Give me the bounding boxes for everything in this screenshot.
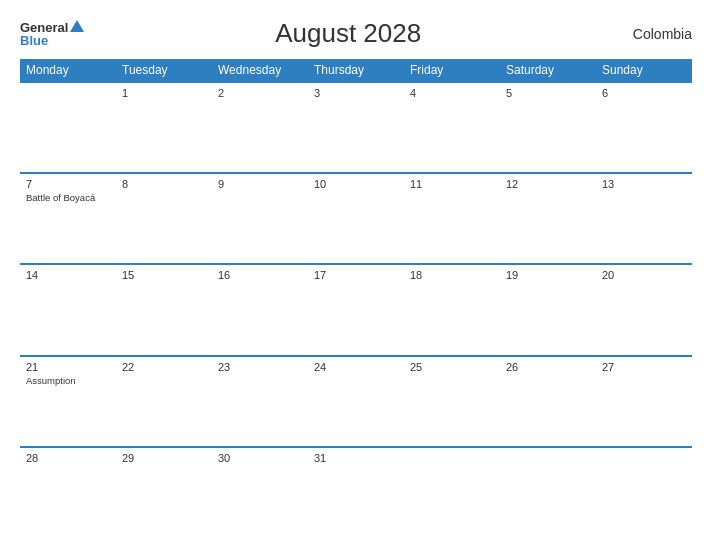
day-number: 3 bbox=[314, 87, 398, 99]
calendar-cell bbox=[596, 447, 692, 538]
calendar-cell: 23 bbox=[212, 356, 308, 447]
day-number: 2 bbox=[218, 87, 302, 99]
header-wednesday: Wednesday bbox=[212, 59, 308, 82]
day-number: 4 bbox=[410, 87, 494, 99]
calendar-cell: 17 bbox=[308, 264, 404, 355]
day-number: 30 bbox=[218, 452, 302, 464]
logo: General Blue bbox=[20, 20, 84, 47]
header-thursday: Thursday bbox=[308, 59, 404, 82]
day-number: 24 bbox=[314, 361, 398, 373]
day-number: 21 bbox=[26, 361, 110, 373]
day-number: 5 bbox=[506, 87, 590, 99]
header-saturday: Saturday bbox=[500, 59, 596, 82]
calendar-cell: 14 bbox=[20, 264, 116, 355]
calendar-cell: 15 bbox=[116, 264, 212, 355]
page: General Blue August 2028 Colombia Monday… bbox=[0, 0, 712, 550]
calendar-event: Battle of Boyacá bbox=[26, 192, 110, 203]
calendar-cell bbox=[20, 82, 116, 173]
calendar-cell: 28 bbox=[20, 447, 116, 538]
day-number: 18 bbox=[410, 269, 494, 281]
day-number: 22 bbox=[122, 361, 206, 373]
calendar-cell: 25 bbox=[404, 356, 500, 447]
calendar-cell: 27 bbox=[596, 356, 692, 447]
calendar-table: Monday Tuesday Wednesday Thursday Friday… bbox=[20, 59, 692, 538]
day-number: 25 bbox=[410, 361, 494, 373]
calendar-cell: 19 bbox=[500, 264, 596, 355]
calendar-cell: 18 bbox=[404, 264, 500, 355]
calendar-cell: 8 bbox=[116, 173, 212, 264]
day-number: 11 bbox=[410, 178, 494, 190]
calendar-cell: 30 bbox=[212, 447, 308, 538]
day-number: 16 bbox=[218, 269, 302, 281]
header-friday: Friday bbox=[404, 59, 500, 82]
calendar-cell: 22 bbox=[116, 356, 212, 447]
calendar-cell: 29 bbox=[116, 447, 212, 538]
calendar-cell: 10 bbox=[308, 173, 404, 264]
day-number: 19 bbox=[506, 269, 590, 281]
day-number: 23 bbox=[218, 361, 302, 373]
day-number: 7 bbox=[26, 178, 110, 190]
calendar-cell: 20 bbox=[596, 264, 692, 355]
day-number: 15 bbox=[122, 269, 206, 281]
day-number: 20 bbox=[602, 269, 686, 281]
day-number: 28 bbox=[26, 452, 110, 464]
calendar-cell: 9 bbox=[212, 173, 308, 264]
header-sunday: Sunday bbox=[596, 59, 692, 82]
calendar-cell bbox=[500, 447, 596, 538]
day-number: 10 bbox=[314, 178, 398, 190]
day-number: 8 bbox=[122, 178, 206, 190]
calendar-cell: 7Battle of Boyacá bbox=[20, 173, 116, 264]
calendar-cell: 1 bbox=[116, 82, 212, 173]
week-row-1: 123456 bbox=[20, 82, 692, 173]
calendar-cell: 13 bbox=[596, 173, 692, 264]
day-number: 6 bbox=[602, 87, 686, 99]
calendar-cell: 12 bbox=[500, 173, 596, 264]
calendar-title: August 2028 bbox=[84, 18, 612, 49]
calendar-cell: 24 bbox=[308, 356, 404, 447]
calendar-cell: 2 bbox=[212, 82, 308, 173]
calendar-cell: 26 bbox=[500, 356, 596, 447]
week-row-5: 28293031 bbox=[20, 447, 692, 538]
day-header-row: Monday Tuesday Wednesday Thursday Friday… bbox=[20, 59, 692, 82]
calendar-cell: 16 bbox=[212, 264, 308, 355]
header-monday: Monday bbox=[20, 59, 116, 82]
day-number: 27 bbox=[602, 361, 686, 373]
week-row-3: 14151617181920 bbox=[20, 264, 692, 355]
day-number: 14 bbox=[26, 269, 110, 281]
calendar-cell: 6 bbox=[596, 82, 692, 173]
day-number: 17 bbox=[314, 269, 398, 281]
calendar-cell: 4 bbox=[404, 82, 500, 173]
header: General Blue August 2028 Colombia bbox=[20, 18, 692, 49]
calendar: Monday Tuesday Wednesday Thursday Friday… bbox=[20, 59, 692, 538]
day-number: 29 bbox=[122, 452, 206, 464]
day-number: 9 bbox=[218, 178, 302, 190]
calendar-event: Assumption bbox=[26, 375, 110, 386]
calendar-cell: 3 bbox=[308, 82, 404, 173]
header-tuesday: Tuesday bbox=[116, 59, 212, 82]
week-row-2: 7Battle of Boyacá8910111213 bbox=[20, 173, 692, 264]
calendar-cell: 11 bbox=[404, 173, 500, 264]
logo-blue-text: Blue bbox=[20, 34, 84, 47]
logo-triangle-icon bbox=[70, 20, 84, 32]
calendar-cell: 31 bbox=[308, 447, 404, 538]
day-number: 1 bbox=[122, 87, 206, 99]
day-number: 12 bbox=[506, 178, 590, 190]
calendar-cell: 21Assumption bbox=[20, 356, 116, 447]
calendar-cell bbox=[404, 447, 500, 538]
week-row-4: 21Assumption222324252627 bbox=[20, 356, 692, 447]
calendar-cell: 5 bbox=[500, 82, 596, 173]
logo-general-text: General bbox=[20, 21, 68, 34]
day-number: 26 bbox=[506, 361, 590, 373]
day-number: 31 bbox=[314, 452, 398, 464]
day-number: 13 bbox=[602, 178, 686, 190]
country-label: Colombia bbox=[612, 26, 692, 42]
